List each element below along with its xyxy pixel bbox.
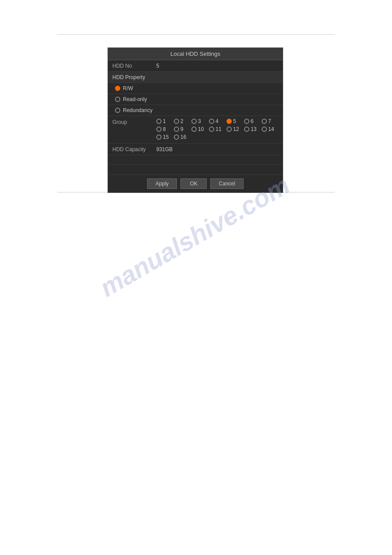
group-option-11[interactable]: 11 (209, 126, 225, 132)
group-option-13[interactable]: 13 (244, 126, 260, 132)
spacer-row-2 (108, 165, 283, 174)
group-8-label: 8 (163, 126, 166, 132)
property-redundancy-radio[interactable] (115, 108, 120, 113)
group-16-label: 16 (180, 134, 186, 140)
group-16-radio[interactable] (174, 134, 179, 140)
group-12-radio[interactable] (227, 127, 232, 132)
group-option-9[interactable]: 9 (174, 126, 190, 132)
group-13-radio[interactable] (244, 127, 249, 132)
hdd-capacity-value: 931GB (156, 146, 173, 152)
group-14-radio[interactable] (262, 127, 267, 132)
group-11-radio[interactable] (209, 127, 214, 132)
group-6-radio[interactable] (244, 119, 249, 124)
group-5-label: 5 (233, 118, 236, 124)
apply-button[interactable]: Apply (147, 178, 177, 189)
property-readonly-row[interactable]: Read-only (108, 94, 283, 105)
hdd-capacity-row: HDD Capacity 931GB (108, 144, 283, 155)
ok-button[interactable]: OK (180, 178, 207, 189)
group-7-radio[interactable] (262, 119, 267, 124)
hdd-no-row: HDD No 5 (108, 60, 283, 72)
property-readonly-radio[interactable] (115, 97, 120, 102)
hdd-no-value: 5 (156, 63, 159, 69)
group-option-4[interactable]: 4 (209, 118, 225, 124)
group-15-label: 15 (163, 134, 169, 140)
group-4-radio[interactable] (209, 119, 214, 124)
hdd-capacity-label: HDD Capacity (112, 146, 156, 152)
dialog-title: Local HDD Settings (108, 48, 283, 60)
group-6-label: 6 (251, 118, 254, 124)
group-option-3[interactable]: 3 (191, 118, 207, 124)
group-11-label: 11 (216, 126, 221, 132)
hdd-no-label: HDD No (112, 63, 156, 69)
group-option-16[interactable]: 16 (174, 134, 190, 140)
group-1-label: 1 (163, 118, 166, 124)
group-option-2[interactable]: 2 (174, 118, 190, 124)
group-option-8[interactable]: 8 (156, 126, 172, 132)
group-row: Group 1 2 3 (108, 116, 283, 144)
group-options: 1 2 3 4 5 (156, 118, 278, 141)
property-rw-label: R/W (123, 85, 133, 91)
top-divider (57, 34, 335, 35)
group-option-5[interactable]: 5 (227, 118, 242, 124)
group-option-14[interactable]: 14 (262, 126, 277, 132)
group-14-label: 14 (268, 126, 274, 132)
group-4-label: 4 (216, 118, 219, 124)
group-7-label: 7 (268, 118, 271, 124)
group-10-radio[interactable] (191, 127, 197, 132)
group-3-label: 3 (198, 118, 201, 124)
group-option-10[interactable]: 10 (191, 126, 207, 132)
property-redundancy-label: Redundancy (123, 107, 152, 113)
group-9-label: 9 (180, 126, 183, 132)
group-2-radio[interactable] (174, 119, 179, 124)
group-13-label: 13 (251, 126, 256, 132)
group-2-label: 2 (180, 118, 183, 124)
group-15-radio[interactable] (156, 134, 162, 140)
group-option-7[interactable]: 7 (262, 118, 277, 124)
group-12-label: 12 (233, 126, 239, 132)
property-readonly-label: Read-only (123, 96, 147, 102)
spacer-row-1 (108, 155, 283, 165)
group-5-radio[interactable] (227, 119, 232, 124)
property-redundancy-row[interactable]: Redundancy (108, 105, 283, 116)
dialog-wrapper: Local HDD Settings HDD No 5 HDD Property… (108, 47, 283, 193)
page-container: Local HDD Settings HDD No 5 HDD Property… (0, 0, 392, 555)
group-3-radio[interactable] (191, 119, 197, 124)
group-1-radio[interactable] (156, 119, 162, 124)
hdd-property-label: HDD Property (112, 74, 145, 80)
group-label: Group (112, 118, 156, 125)
property-rw-row[interactable]: R/W (108, 83, 283, 94)
group-option-1[interactable]: 1 (156, 118, 172, 124)
group-option-15[interactable]: 15 (156, 134, 172, 140)
group-option-6[interactable]: 6 (244, 118, 260, 124)
group-8-radio[interactable] (156, 127, 162, 132)
dialog-footer: Apply OK Cancel (108, 174, 283, 192)
group-9-radio[interactable] (174, 127, 179, 132)
group-option-12[interactable]: 12 (227, 126, 242, 132)
group-10-label: 10 (198, 126, 204, 132)
cancel-button[interactable]: Cancel (210, 178, 243, 189)
property-rw-radio[interactable] (115, 86, 120, 91)
hdd-property-header: HDD Property (108, 72, 283, 83)
local-hdd-settings-dialog: Local HDD Settings HDD No 5 HDD Property… (108, 47, 283, 193)
